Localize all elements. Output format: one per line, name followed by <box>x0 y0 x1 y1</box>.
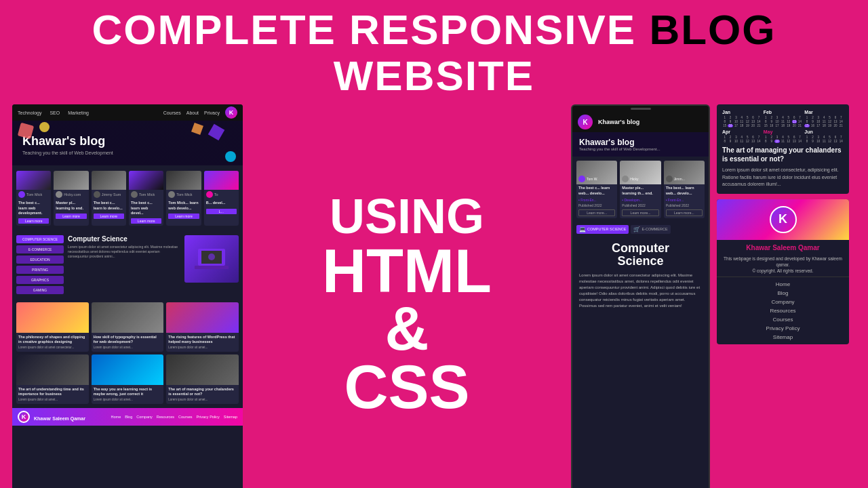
mobile-author-overlay-3: Jimm... <box>666 176 685 182</box>
cat-btn-ecommerce[interactable]: E-COMMERCE <box>16 245 64 253</box>
footer-link-courses[interactable]: Courses <box>178 415 192 419</box>
mobile-blog-title: Khawar's blog <box>598 119 639 125</box>
card-btn-1[interactable]: Learn more <box>18 218 49 224</box>
grid-post-3: The rising features of WordPress that he… <box>166 302 239 352</box>
nav-item-technology: Technology <box>18 110 41 115</box>
profile-link-courses[interactable]: Courses <box>722 315 844 324</box>
mobile-card-btn-1[interactable]: Learn more... <box>578 209 615 216</box>
nav-privacy: Privacy <box>204 110 220 115</box>
profile-link-resources[interactable]: Resources <box>722 306 844 315</box>
grid-text-1: Lorem ipsum dolor sit amet consectetur..… <box>18 346 87 350</box>
card-btn-3[interactable]: Learn more <box>94 214 124 219</box>
category-title: Computer Science <box>68 235 180 243</box>
cat-btn-cs[interactable]: COMPUTER SCIENCE <box>16 235 64 243</box>
nav-courses: Courses <box>163 110 181 115</box>
mobile-logo: K <box>578 115 593 129</box>
sidebar-widgets: Jan 1234567 891011121314 15161718192021 … <box>717 104 849 488</box>
shape-blue <box>225 151 236 162</box>
profile-link-sitemap[interactable]: Sitemap <box>722 333 844 342</box>
cat-btn-education[interactable]: EDUCATION <box>16 256 64 264</box>
category-main: Computer Science Lorem ipsum dolor sit a… <box>68 235 239 294</box>
profile-link-home[interactable]: Home <box>722 280 844 289</box>
profile-gradient: K <box>717 199 849 240</box>
svg-point-3 <box>208 253 215 260</box>
footer-link-home[interactable]: Home <box>111 415 121 419</box>
mobile-status-bar <box>572 106 709 112</box>
cal-feb-days: 1234567 891011121314 15161718192021 <box>764 116 803 127</box>
cal-feb: Feb 1234567 891011121314 15161718192021 <box>764 110 803 127</box>
profile-logo: K <box>770 206 797 233</box>
cat-btn-printing[interactable]: PRINTING <box>16 266 64 274</box>
mobile-cat-tabs: 💻 COMPUTER SCIENCE 🛒 E-COMMERCE <box>572 222 709 237</box>
avatar-5 <box>168 191 175 198</box>
title-part1: COMPLETE RESPONSIVE <box>92 6 649 53</box>
profile-link-blog[interactable]: Blog <box>722 289 844 298</box>
mobile-hero: Khawar's blog Teaching you the skill of … <box>572 132 709 157</box>
using-label: USING <box>330 192 484 241</box>
footer-link-privacy[interactable]: Privacy Policy <box>197 415 220 419</box>
blog-card-1: Tom Mick The best c... learn web develop… <box>16 171 51 225</box>
card-img-5 <box>166 171 201 190</box>
card-btn-6[interactable]: L... <box>206 209 237 214</box>
laptop-icon <box>191 242 232 276</box>
footer-link-company[interactable]: Company <box>136 415 153 419</box>
cal-jun-days: 1234567 891011121314 <box>804 136 844 143</box>
card-img-1 <box>16 171 51 190</box>
grid-title-1: The philonosy of shapes and clipping in … <box>18 335 87 344</box>
mobile-card-date-2: Published 2022 <box>620 203 660 208</box>
title-part2: WEBSITE <box>334 52 534 99</box>
mobile-tab-ecommerce[interactable]: 🛒 E-COMMERCE <box>631 225 670 234</box>
cat-btn-gaming[interactable]: GAMING <box>16 286 64 294</box>
mobile-tab-ecom-label: E-COMMERCE <box>642 227 667 231</box>
calendar-grid: Jan 1234567 891011121314 15161718192021 … <box>722 110 844 143</box>
card-author-4: Tom Mick <box>129 190 163 199</box>
profile-link-privacy[interactable]: Privacy Policy <box>722 324 844 333</box>
grid-text-5: Lorem ipsum dolor sit amet... <box>94 398 162 402</box>
grid-title-2: How skill of typography is essential for… <box>94 335 162 344</box>
category-section: COMPUTER SCIENCE E-COMMERCE EDUCATION PR… <box>12 231 243 298</box>
cat-btn-graphics[interactable]: GRAPHICS <box>16 276 64 284</box>
card-author-2: Hicky.com <box>54 190 88 199</box>
grid-img-2 <box>92 302 164 333</box>
mobile-tab-cs[interactable]: 💻 COMPUTER SCIENCE <box>576 225 629 234</box>
grid-img-4 <box>16 354 89 385</box>
mobile-avatar-1 <box>578 176 585 182</box>
card-text-6: B... devel... <box>204 199 239 207</box>
card-btn-5[interactable]: Learn more <box>168 214 199 219</box>
center-content: USING HTML & CSS <box>251 104 563 488</box>
cal-jan-name: Jan <box>722 110 762 115</box>
cal-jun: Jun 1234567 891011121314 <box>804 129 844 143</box>
card-btn-2[interactable]: Learn more <box>56 214 86 219</box>
svg-rect-1 <box>195 266 229 269</box>
mobile-card-btn-2[interactable]: Learn more... <box>622 209 658 216</box>
card-btn-4[interactable]: Learn more <box>131 218 161 224</box>
article-title: The art of managing your chalanders is e… <box>722 146 844 163</box>
mobile-card-img-3: Jimm... <box>664 161 705 184</box>
desktop-logo: K <box>225 106 237 119</box>
grid-posts: The philonosy of shapes and clipping in … <box>12 298 243 408</box>
category-image <box>184 235 239 283</box>
cal-jan: Jan 1234567 891011121314 15161718192021 <box>722 110 762 127</box>
grid-text-4: Lorem ipsum dolor sit amet... <box>18 398 87 402</box>
mobile-cs-text: Lorem ipsum dolor sit amet consectetur a… <box>579 272 702 309</box>
mobile-author-overlay-1: Tom W. <box>578 176 598 182</box>
profile-link-company[interactable]: Company <box>722 298 844 306</box>
mobile-card-btn-3[interactable]: Learn more... <box>666 209 703 216</box>
grid-post-4: The art of understanding time and its im… <box>16 354 89 404</box>
mobile-author-name-3: Jimm... <box>674 177 685 181</box>
cal-mar-days: 1234567 891011121314 15161718192021 <box>804 116 844 127</box>
profile-name: Khawar Saleem Qamar <box>717 240 849 256</box>
cal-jun-name: Jun <box>804 129 844 134</box>
mobile-preview: K Khawar's blog Khawar's blog Teaching y… <box>571 104 710 488</box>
grid-img-6 <box>166 354 239 385</box>
avatar-3 <box>94 191 100 198</box>
footer-link-sitemap[interactable]: Sitemap <box>224 415 237 419</box>
footer-link-blog[interactable]: Blog <box>125 415 132 419</box>
desktop-footer: K Khawar Saleem Qamar Home Blog Company … <box>12 408 243 426</box>
avatar-6 <box>206 191 213 198</box>
grid-title-6: The art of managing your chalanders is e… <box>168 387 237 396</box>
mobile-card-sub-1: • Front-En... <box>576 197 617 203</box>
mobile-card-2: Hicky Master ple... learning th... end. … <box>620 161 660 218</box>
shape-yellow <box>39 122 50 132</box>
footer-link-resources[interactable]: Resources <box>157 415 174 419</box>
